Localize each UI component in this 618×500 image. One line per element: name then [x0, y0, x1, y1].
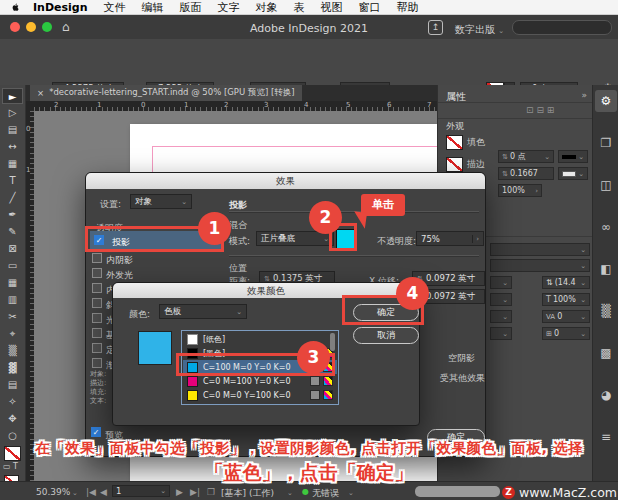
- panel-stroke-style2-field[interactable]: ⌄: [558, 167, 588, 180]
- hand-tool[interactable]: ✥: [2, 411, 23, 427]
- frame-tool[interactable]: ⊠: [2, 241, 23, 257]
- menu-item-窗口[interactable]: 窗口: [359, 0, 381, 15]
- panel-kerning-field[interactable]: ⊞0⌄: [542, 327, 590, 340]
- ruler-v-number: 0: [26, 125, 30, 133]
- menu-item-视图[interactable]: 视图: [321, 0, 343, 15]
- rectangle-tool[interactable]: ▭: [2, 258, 23, 274]
- pencil-tool[interactable]: ✎: [2, 224, 23, 240]
- panel-quick-icons[interactable]: ⊡ ⊟ ⊞: [526, 106, 554, 115]
- panel-font-style-field[interactable]: ⌄: [490, 259, 590, 272]
- last-page-button[interactable]: ▶|: [190, 487, 200, 497]
- grid-tool[interactable]: ▥: [2, 292, 23, 308]
- selection-tool[interactable]: ►: [2, 88, 23, 104]
- next-page-button[interactable]: ▶: [176, 487, 183, 497]
- preset-dropdown-icon[interactable]: ⌄: [287, 489, 293, 497]
- panel-vscale-field[interactable]: T100%⌄: [542, 293, 590, 306]
- panel-track-dd[interactable]: ⌄: [490, 310, 512, 323]
- effect-checkbox[interactable]: [92, 268, 102, 278]
- menu-item-对象[interactable]: 对象: [256, 0, 278, 15]
- properties-panel-icon[interactable]: ⚙: [595, 90, 617, 112]
- panel-tint-field[interactable]: 100%›: [498, 184, 542, 197]
- scissors-tool[interactable]: ✂: [2, 309, 23, 325]
- menu-app-name[interactable]: InDesign: [33, 1, 88, 14]
- gradient-tool[interactable]: ▒: [2, 343, 23, 359]
- preflight-status[interactable]: 无错误: [312, 487, 339, 500]
- settings-dropdown[interactable]: 对象⌄: [130, 194, 192, 209]
- panel-font-family-field[interactable]: ⌄: [490, 243, 590, 256]
- effect-checkbox[interactable]: [92, 283, 102, 293]
- opacity-field[interactable]: 75%›: [416, 231, 484, 246]
- effect-checkbox[interactable]: [92, 358, 102, 368]
- ruler-h-number: 1: [184, 101, 188, 109]
- prev-page-button[interactable]: ◀: [100, 487, 107, 497]
- effect-checkbox[interactable]: [92, 328, 102, 338]
- color-source-dropdown[interactable]: 色板⌄: [159, 304, 247, 319]
- type-tool[interactable]: T: [2, 173, 23, 189]
- ruler-corner[interactable]: [25, 101, 34, 111]
- table-tool[interactable]: ▦: [2, 275, 23, 291]
- swatch-row[interactable]: C=0 M=0 Y=100 K=0: [183, 388, 337, 402]
- menu-item-版面[interactable]: 版面: [180, 0, 202, 15]
- menu-item-表[interactable]: 表: [294, 0, 305, 15]
- share-icon[interactable]: ↥: [428, 20, 443, 35]
- page-tool[interactable]: ▤: [2, 122, 23, 138]
- eyedropper-tool[interactable]: ✧: [2, 394, 23, 410]
- horizontal-ruler[interactable]: 2101234567: [34, 101, 437, 111]
- menu-item-文件[interactable]: 文件: [104, 0, 126, 15]
- swatches-panel-icon[interactable]: ▩: [595, 342, 617, 364]
- horizontal-scrollbar-thumb[interactable]: [415, 486, 500, 497]
- gradient-panel-icon[interactable]: ▒: [595, 300, 617, 322]
- panel-fontsize-dd[interactable]: ⌄: [490, 276, 512, 289]
- gradient-feather-tool[interactable]: ▓: [2, 360, 23, 376]
- line-tool[interactable]: ╱: [2, 190, 23, 206]
- free-transform-tool[interactable]: ⌖: [2, 326, 23, 342]
- zoom-dropdown-icon[interactable]: ⌄: [72, 489, 78, 497]
- ruler-h-number: 6: [387, 101, 391, 109]
- collapse-panel-icon[interactable]: »: [581, 90, 587, 100]
- menu-item-帮助[interactable]: 帮助: [397, 0, 419, 15]
- swatch-list-scrollbar[interactable]: [330, 333, 335, 351]
- cc-libraries-panel-icon[interactable]: ◫: [595, 174, 617, 196]
- swatch-row[interactable]: C=0 M=100 Y=0 K=0: [183, 374, 337, 388]
- preflight-workspace[interactable]: (工作): [249, 487, 274, 500]
- note-tool[interactable]: ▤: [2, 377, 23, 393]
- gap-tool[interactable]: ↔: [2, 139, 23, 155]
- panel-stroke-weight-field[interactable]: ⇅0 点⌄: [498, 150, 554, 163]
- document-tab[interactable]: × *decorative-lettering_START.indd @ 50%…: [30, 85, 302, 101]
- panel-stroke-align-field[interactable]: ⇅0.1667: [498, 167, 554, 180]
- errors-dropdown-icon[interactable]: ⌄: [348, 489, 354, 497]
- search-input[interactable]: [512, 20, 612, 35]
- effect-checkbox[interactable]: [92, 298, 102, 308]
- color-panel-icon[interactable]: ◕: [595, 384, 617, 406]
- pages-panel-icon[interactable]: ❐: [595, 132, 617, 154]
- layers-panel-icon[interactable]: ◧: [595, 258, 617, 280]
- vertical-ruler[interactable]: 01: [25, 111, 34, 481]
- effect-checkbox[interactable]: [92, 253, 102, 263]
- macz-logo-icon: Z: [502, 486, 515, 499]
- panel-stroke-swatch[interactable]: [446, 157, 463, 172]
- panel-baseline-dd[interactable]: ⌄: [490, 327, 512, 340]
- first-page-button[interactable]: |◀: [86, 487, 96, 497]
- preview-checkbox[interactable]: ✓: [91, 427, 101, 437]
- zoom-level[interactable]: 50.39%: [36, 487, 70, 497]
- workspace-switcher[interactable]: 数字出版 ⌄: [455, 23, 504, 37]
- panel-fill-swatch[interactable]: [446, 135, 463, 150]
- links-panel-icon[interactable]: ∞: [595, 216, 617, 238]
- apple-logo-icon[interactable]: [10, 2, 21, 13]
- effect-checkbox[interactable]: [92, 313, 102, 323]
- close-tab-icon[interactable]: ×: [37, 88, 44, 98]
- effect-checkbox[interactable]: [92, 343, 102, 353]
- preflight-preset[interactable]: [基本]: [221, 487, 246, 500]
- effects-dialog-title[interactable]: 效果: [86, 173, 485, 189]
- menu-item-文字[interactable]: 文字: [218, 0, 240, 15]
- panel-stroke-style-field[interactable]: ⌄: [558, 150, 588, 163]
- color-cancel-button[interactable]: 取消: [353, 327, 419, 344]
- panel-kern-dd[interactable]: ⌄: [490, 293, 512, 306]
- pen-tool[interactable]: ✒: [2, 207, 23, 223]
- content-collector-tool[interactable]: ▦: [2, 156, 23, 172]
- menu-item-编辑[interactable]: 编辑: [142, 0, 164, 15]
- panel-tracking-field[interactable]: VA0⌄: [542, 310, 590, 323]
- direct-selection-tool[interactable]: ▷: [2, 105, 23, 121]
- panel-leading-field[interactable]: ⇅(14.4⌄: [542, 276, 590, 289]
- page-number-field[interactable]: 1⌄: [112, 485, 170, 497]
